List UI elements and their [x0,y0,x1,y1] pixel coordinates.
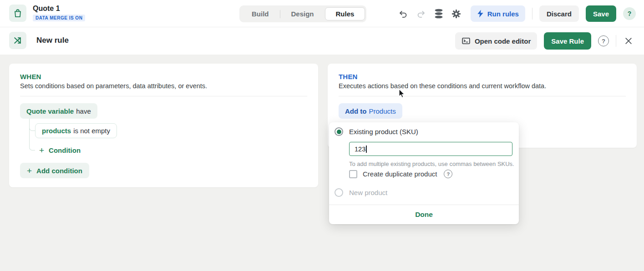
checkbox-unchecked-icon[interactable] [349,170,357,178]
add-condition-button[interactable]: + Add condition [20,163,89,178]
create-duplicate-label: Create duplicate product [363,170,437,178]
add-nested-condition-link[interactable]: + Condition [39,146,81,155]
rule-help-icon[interactable]: ? [598,35,609,46]
when-description: Sets conditions based on parameters, dat… [20,82,207,90]
condition-chip[interactable]: products is not empty [35,123,117,138]
top-bar: Quote 1 DATA MERGE IS ON Build Design Ru… [0,0,644,27]
open-code-editor-label: Open code editor [475,37,531,45]
tab-design[interactable]: Design [280,7,325,20]
sku-input-value: 123 [355,146,365,153]
action-chip-verb: Add to [345,107,366,115]
then-divider [339,96,626,96]
then-title: THEN [339,73,358,80]
settings-gear-icon[interactable] [451,8,462,19]
tree-connector-2 [29,119,35,151]
new-product-label: New product [349,189,387,196]
rule-icon-tile [9,32,26,49]
run-rules-label: Run rules [487,10,519,18]
top-bar-actions: Run rules Discard Save ? [398,0,636,27]
sku-input[interactable]: 123 [349,142,512,156]
trigger-chip-operator: have [76,107,91,115]
plus-icon: + [39,146,44,155]
existing-product-option[interactable]: Existing product (SKU) [335,127,418,136]
rule-title: New rule [36,36,69,45]
save-button[interactable]: Save [586,5,616,22]
shopping-bag-icon [13,8,23,18]
add-product-popover: Existing product (SKU) 123 To add multip… [329,122,519,224]
when-title: WHEN [20,73,41,80]
mode-tabs: Build Design Rules [239,5,366,22]
when-divider [20,96,307,96]
discard-button[interactable]: Discard [539,5,579,22]
rule-canvas: WHEN Sets conditions based on parameters… [0,55,644,271]
rule-bar-actions: Open code editor Save Rule ? [455,27,634,55]
redo-icon[interactable] [416,8,426,19]
done-button[interactable]: Done [329,205,519,224]
tab-build[interactable]: Build [241,7,280,20]
close-icon[interactable] [623,35,634,46]
add-nested-condition-label: Condition [49,146,81,154]
radio-unselected-icon[interactable] [335,188,343,197]
document-title: Quote 1 [33,4,85,13]
top-bar-divider [532,8,532,20]
rules-editor-screen: Quote 1 DATA MERGE IS ON Build Design Ru… [0,0,644,271]
tab-rules[interactable]: Rules [325,7,365,20]
data-source-icon[interactable] [433,8,444,19]
text-caret [366,146,367,153]
rule-bar-divider [616,35,616,47]
shuffle-icon [13,36,22,45]
duplicate-help-icon[interactable]: ? [444,170,452,178]
add-condition-label: Add condition [36,167,82,175]
trigger-chip[interactable]: Quote variable have [20,103,97,119]
existing-product-label: Existing product (SKU) [349,128,418,136]
lightning-bolt-icon [477,10,484,18]
action-chip[interactable]: Add to Products [339,103,402,119]
trigger-chip-variable: Quote variable [26,107,74,115]
document-meta: Quote 1 DATA MERGE IS ON [33,4,85,21]
rule-header-bar: New rule Open code editor Save Rule ? [0,27,644,55]
document-icon-tile [9,5,26,22]
when-panel: WHEN Sets conditions based on parameters… [9,64,318,187]
sku-helper-text: To add multiple existing products, use c… [349,161,514,167]
help-button[interactable]: ? [623,7,636,20]
code-editor-icon [461,36,471,45]
open-code-editor-button[interactable]: Open code editor [455,32,537,50]
run-rules-button[interactable]: Run rules [471,5,525,22]
plus-icon: + [27,166,32,175]
save-rule-button[interactable]: Save Rule [544,32,591,50]
undo-icon[interactable] [398,8,409,19]
action-chip-target: Products [369,107,396,115]
create-duplicate-option[interactable]: Create duplicate product ? [349,170,452,178]
then-description: Executes actions based on these conditio… [339,82,546,90]
new-product-option[interactable]: New product [335,188,387,197]
radio-selected-icon[interactable] [335,127,343,136]
condition-chip-field: products [42,127,71,135]
data-merge-badge: DATA MERGE IS ON [33,15,85,21]
condition-chip-operator: is not empty [73,127,110,135]
